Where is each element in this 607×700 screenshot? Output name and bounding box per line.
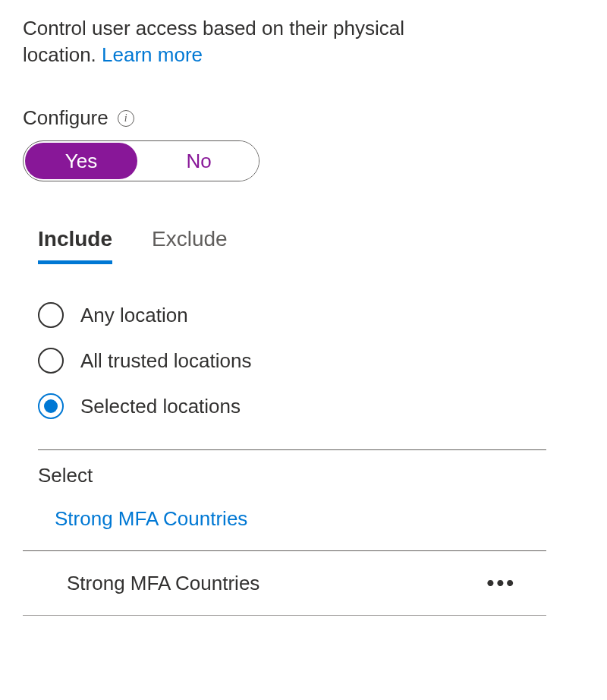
radio-circle-icon	[38, 302, 64, 328]
toggle-yes[interactable]: Yes	[25, 143, 137, 179]
configure-toggle[interactable]: Yes No	[23, 140, 259, 181]
configure-label: Configure	[23, 106, 109, 130]
radio-circle-icon	[38, 393, 64, 419]
select-link[interactable]: Strong MFA Countries	[38, 507, 584, 531]
info-icon[interactable]: i	[118, 110, 134, 127]
radio-group: Any location All trusted locations Selec…	[23, 302, 584, 419]
description-content: Control user access based on their physi…	[23, 17, 404, 66]
radio-selected-locations[interactable]: Selected locations	[38, 393, 584, 419]
select-label: Select	[38, 464, 584, 487]
select-section: Select Strong MFA Countries	[23, 450, 584, 531]
learn-more-link[interactable]: Learn more	[102, 43, 203, 66]
selected-item-name: Strong MFA Countries	[67, 572, 259, 595]
tab-include[interactable]: Include	[38, 227, 112, 264]
radio-all-trusted[interactable]: All trusted locations	[38, 348, 584, 374]
configure-row: Configure i	[23, 106, 584, 130]
tabs-container: Include Exclude	[23, 227, 584, 264]
radio-label-selected: Selected locations	[80, 395, 241, 418]
description-text: Control user access based on their physi…	[23, 15, 448, 68]
radio-label-any: Any location	[80, 304, 188, 327]
tab-exclude[interactable]: Exclude	[152, 227, 228, 264]
more-options-icon[interactable]: •••	[487, 571, 546, 595]
radio-any-location[interactable]: Any location	[38, 302, 584, 328]
toggle-no[interactable]: No	[139, 141, 259, 181]
selected-item-row: Strong MFA Countries •••	[23, 550, 546, 616]
radio-dot-icon	[44, 399, 58, 413]
radio-circle-icon	[38, 348, 64, 374]
radio-label-trusted: All trusted locations	[80, 349, 251, 373]
